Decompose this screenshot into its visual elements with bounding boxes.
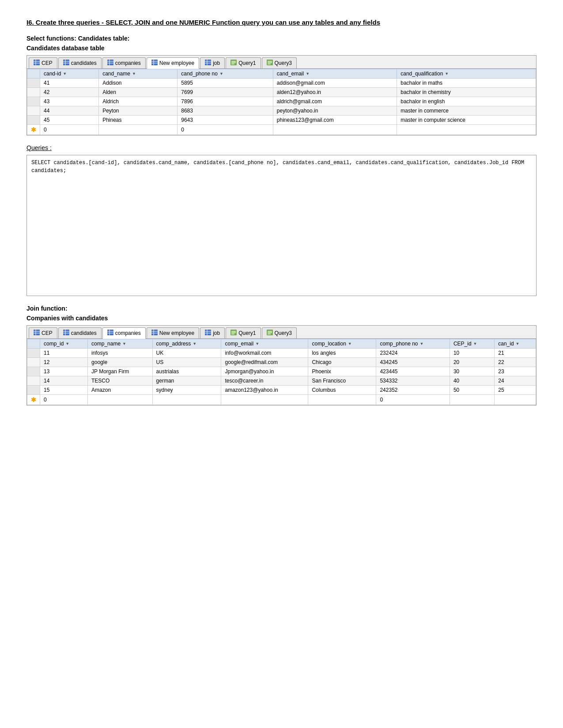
row-selector <box>27 106 40 115</box>
new-row-cell[interactable] <box>152 394 221 405</box>
tab-query3[interactable]: Query3 <box>262 327 297 338</box>
new-row-cell[interactable] <box>273 124 397 135</box>
tab-query3[interactable]: Query3 <box>262 57 297 68</box>
table-cell: bachalor in chemistry <box>397 87 536 97</box>
table-cell: Addison <box>99 78 178 87</box>
tab-companies[interactable]: companies <box>102 327 146 339</box>
new-row-cell[interactable] <box>99 124 178 135</box>
table-row: 14TESCOgermantesco@career.inSan Francisc… <box>27 376 536 385</box>
svg-rect-28 <box>34 330 40 335</box>
table-row: 12googleUSgoogle@redifmail.comChicago434… <box>27 357 536 367</box>
svg-rect-36 <box>107 330 113 335</box>
table-cell: 8683 <box>178 106 273 115</box>
table-cell: US <box>152 357 221 367</box>
table-cell: 24 <box>495 376 536 385</box>
table-icon <box>63 60 69 67</box>
column-header-comp_id[interactable]: comp_id ▼ <box>40 339 88 348</box>
table-new-row[interactable]: ✱00 <box>27 394 536 405</box>
row-selector <box>27 115 40 124</box>
tab-companies[interactable]: companies <box>102 57 146 68</box>
new-row-cell[interactable]: 0 <box>376 394 450 405</box>
row-selector <box>27 348 40 357</box>
table-cell: infosys <box>88 348 153 357</box>
table-cell: german <box>152 376 221 385</box>
table-cell: google <box>88 357 153 367</box>
table-new-row[interactable]: ✱00 <box>27 124 536 135</box>
column-header-comp_email[interactable]: comp_email ▼ <box>221 339 308 348</box>
table-cell: 21 <box>495 348 536 357</box>
row-selector-header <box>27 339 40 348</box>
table-icon <box>107 330 113 337</box>
new-row-cell[interactable] <box>397 124 536 135</box>
new-row-cell[interactable]: 0 <box>178 124 273 135</box>
table-cell: 42 <box>40 87 99 97</box>
new-row-cell[interactable] <box>495 394 536 405</box>
tab-job[interactable]: job <box>200 327 225 338</box>
row-selector <box>27 376 40 385</box>
table-cell: 43 <box>40 97 99 106</box>
tab-query1[interactable]: Query1 <box>226 327 261 338</box>
table-cell: 22 <box>495 357 536 367</box>
table-cell: 15 <box>40 385 88 394</box>
tab-bar-1: CEPcandidatescompaniesNew employeejobQue… <box>27 56 536 69</box>
table-cell: 14 <box>40 376 88 385</box>
tab-new-employee[interactable]: New employee <box>147 57 199 69</box>
table-row: 13JP Morgan FirmaustrialasJpmorgan@yahoo… <box>27 367 536 376</box>
tab-label: companies <box>115 330 141 336</box>
tab-candidates[interactable]: candidates <box>58 327 102 338</box>
tab-new-employee[interactable]: New employee <box>147 327 199 338</box>
tab-label: Query3 <box>275 330 292 336</box>
column-header-cand_name[interactable]: cand_name ▼ <box>99 69 178 78</box>
column-header-comp_name[interactable]: comp_name ▼ <box>88 339 153 348</box>
table-icon <box>205 330 211 337</box>
table-cell: master in computer science <box>397 115 536 124</box>
tab-cep[interactable]: CEP <box>29 57 57 68</box>
table-cell: Phoenix <box>308 367 376 376</box>
column-header-cand_phone-no[interactable]: cand_phone no ▼ <box>178 69 273 78</box>
table-cell: 7896 <box>178 97 273 106</box>
column-header-cand_email[interactable]: cand_email ▼ <box>273 69 397 78</box>
table-cell: 13 <box>40 367 88 376</box>
table-cell: San Francisco <box>308 376 376 385</box>
column-header-cand-id[interactable]: cand-id ▼ <box>40 69 99 78</box>
svg-rect-16 <box>205 60 211 65</box>
column-header-CEP_id[interactable]: CEP_id ▼ <box>450 339 494 348</box>
svg-rect-8 <box>107 60 113 65</box>
tab-job[interactable]: job <box>200 57 225 68</box>
table-cell: 423445 <box>376 367 450 376</box>
query-icon <box>267 330 273 337</box>
join-subtitle: Companies with candidates <box>26 315 537 322</box>
new-row-cell[interactable]: 0 <box>40 124 99 135</box>
table-cell: amazon123@yahoo.in <box>221 385 308 394</box>
table-cell: addison@gmail.com <box>273 78 397 87</box>
new-row-cell[interactable] <box>88 394 153 405</box>
table-cell: los angles <box>308 348 376 357</box>
svg-rect-32 <box>63 330 69 335</box>
column-header-comp_address[interactable]: comp_address ▼ <box>152 339 221 348</box>
new-row-cell[interactable] <box>221 394 308 405</box>
table-icon <box>63 330 69 337</box>
main-heading: I6. Create three queries - SELECT, JOIN … <box>26 18 537 28</box>
tab-label: Query1 <box>238 60 256 66</box>
row-selector-header <box>27 69 40 78</box>
new-row-cell[interactable] <box>308 394 376 405</box>
column-header-comp_location[interactable]: comp_location ▼ <box>308 339 376 348</box>
tab-label: New employee <box>159 330 194 336</box>
candidates-table: cand-id ▼cand_name ▼cand_phone no ▼cand_… <box>27 69 536 135</box>
column-header-cand_qualification[interactable]: cand_qualification ▼ <box>397 69 536 78</box>
tab-candidates[interactable]: candidates <box>58 57 102 68</box>
table-row: 11infosysUKinfo@workmail.comlos angles23… <box>27 348 536 357</box>
new-row-cell[interactable]: 0 <box>40 394 88 405</box>
table-cell: 23 <box>495 367 536 376</box>
column-header-comp_phone-no[interactable]: comp_phone no ▼ <box>376 339 450 348</box>
tab-query1[interactable]: Query1 <box>226 57 261 68</box>
new-row-cell[interactable] <box>450 394 494 405</box>
table-cell: 9643 <box>178 115 273 124</box>
table-cell: 10 <box>450 348 494 357</box>
table-cell: Alden <box>99 87 178 97</box>
column-header-can_id[interactable]: can_id ▼ <box>495 339 536 348</box>
tab-cep[interactable]: CEP <box>29 327 57 338</box>
table-row: 43Aldrich7896aldrich@gmail.combachalor i… <box>27 97 536 106</box>
select-section-heading: Select functions: Candidates table: <box>26 35 537 42</box>
table-cell: 534332 <box>376 376 450 385</box>
